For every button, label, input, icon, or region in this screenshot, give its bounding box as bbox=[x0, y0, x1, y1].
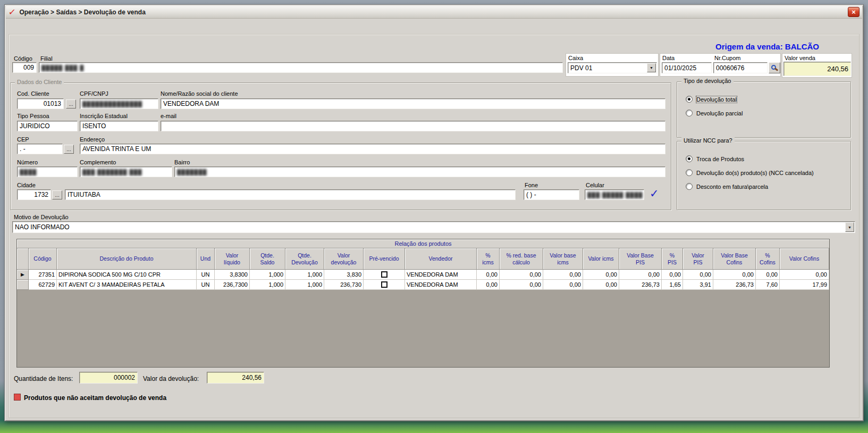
ncc-option-2[interactable]: Desconto em fatura\parcela bbox=[686, 183, 850, 190]
table-row[interactable]: 62729KIT AVENT C/ 3 MAMADEIRAS PETALAUN2… bbox=[17, 280, 829, 290]
caixa-panel: Caixa PDV 01 ▼ bbox=[566, 53, 659, 77]
radio-label: Desconto em fatura\parcela bbox=[696, 184, 768, 190]
column-header[interactable]: % PIS bbox=[662, 248, 683, 270]
cidade-code-field[interactable]: 1732 bbox=[17, 189, 51, 200]
tipo-devolucao-option-1[interactable]: Devolução parcial bbox=[686, 110, 850, 116]
table-cell bbox=[364, 280, 405, 290]
table-row[interactable]: ▶27351DIPIRONA SODICA 500 MG C/10 CPRUN3… bbox=[17, 270, 829, 280]
complemento-value: ███ ███████ ███ bbox=[82, 169, 142, 175]
table-cell: 3,91 bbox=[683, 280, 713, 290]
table-cell: VENDEDORA DAM bbox=[405, 270, 477, 280]
table-cell: 0,00 bbox=[756, 270, 780, 280]
codigo-field[interactable]: 009 bbox=[12, 62, 37, 73]
inscricao-estadual-field[interactable]: ISENTO bbox=[80, 121, 158, 131]
cep-field[interactable]: . - bbox=[17, 144, 63, 154]
pre-vencido-checkbox[interactable] bbox=[381, 271, 387, 278]
chevron-down-icon[interactable]: ▼ bbox=[647, 63, 656, 72]
table-cell: 1,000 bbox=[250, 280, 285, 290]
column-header[interactable]: Valor Cofins bbox=[780, 248, 829, 270]
column-header[interactable]: Valor Base Cofins bbox=[713, 248, 756, 270]
data-label: Data bbox=[662, 55, 675, 61]
cpf-cnpj-value: ██████████████ bbox=[82, 101, 142, 107]
endereco-field[interactable]: AVENIDA TRINTA E UM bbox=[80, 144, 665, 154]
quantidade-itens-label: Quantidade de Itens: bbox=[14, 375, 73, 382]
bairro-field[interactable]: ███████ bbox=[174, 166, 665, 177]
fone-label: Fone bbox=[525, 182, 538, 188]
column-header[interactable]: % Cofins bbox=[756, 248, 780, 270]
search-cupom-button[interactable] bbox=[769, 62, 780, 73]
ncc-option-1[interactable]: Devolução do(s) produto(s) (NCC cancelad… bbox=[686, 169, 850, 176]
app-logo-icon: ✓ bbox=[8, 8, 16, 16]
row-selector: ▶ bbox=[17, 270, 29, 280]
nr-cupom-field[interactable]: 00060676 bbox=[713, 62, 768, 73]
table-cell: 236,730 bbox=[324, 280, 364, 290]
table-cell: DIPIRONA SODICA 500 MG C/10 CPR bbox=[57, 270, 197, 280]
table-cell: 62729 bbox=[29, 280, 57, 290]
column-header[interactable]: Qtde. Saldo bbox=[250, 248, 285, 270]
table-cell bbox=[364, 270, 405, 280]
tipo-devolucao-option-0[interactable]: Devolução total bbox=[686, 96, 850, 103]
tipo-devolucao-legend: Tipo de devolução bbox=[681, 78, 734, 84]
cidade-name-field[interactable]: ITUIUTABA bbox=[65, 189, 516, 200]
data-field[interactable]: 01/10/2025 bbox=[662, 62, 712, 73]
column-header[interactable]: Valor base icms bbox=[543, 248, 583, 270]
numero-field[interactable]: ████ bbox=[17, 166, 78, 177]
table-cell: 0,00 bbox=[662, 270, 683, 280]
column-header[interactable]: Descrição do Produto bbox=[57, 248, 197, 270]
caixa-select[interactable]: PDV 01 ▼ bbox=[568, 62, 657, 73]
row-selector bbox=[17, 280, 29, 290]
column-header[interactable]: Qtde. Devolução bbox=[285, 248, 324, 270]
cliente-browse-button[interactable]: ... bbox=[66, 99, 76, 109]
table-cell: 236,73 bbox=[713, 280, 756, 290]
tipo-devolucao-groupbox: Tipo de devolução Devolução totalDevoluç… bbox=[677, 81, 851, 138]
column-header[interactable]: % red. base cálculo bbox=[500, 248, 543, 270]
table-cell: 0,00 bbox=[477, 270, 500, 280]
column-header[interactable]: Pré-vencido bbox=[364, 248, 405, 270]
filial-label: Filial bbox=[40, 55, 53, 62]
no-return-legend-square bbox=[14, 394, 21, 401]
cpf-cnpj-field[interactable]: ██████████████ bbox=[80, 98, 158, 109]
table-cell: 3,8300 bbox=[215, 270, 250, 280]
column-header[interactable]: Und bbox=[197, 248, 215, 270]
endereco-label: Endereço bbox=[80, 136, 105, 143]
fone-field[interactable]: ( ) - bbox=[524, 189, 579, 200]
chevron-down-icon[interactable]: ▼ bbox=[845, 222, 854, 232]
cidade-browse-button[interactable]: ... bbox=[52, 190, 62, 199]
column-header[interactable]: Valor líquido bbox=[215, 248, 250, 270]
close-button[interactable]: × bbox=[848, 7, 859, 17]
celular-value: ███ █████ ████ bbox=[587, 192, 643, 198]
tipo-pessoa-field[interactable]: JURIDICO bbox=[17, 121, 78, 131]
column-header[interactable]: Vendedor bbox=[405, 248, 477, 270]
motivo-select[interactable]: NAO INFORMADO ▼ bbox=[12, 221, 855, 233]
column-header[interactable]: Valor icms bbox=[583, 248, 619, 270]
form-area: Origem da venda: BALCÃO Código 009 Filia… bbox=[6, 19, 862, 420]
column-header[interactable]: Valor PIS bbox=[683, 248, 713, 270]
filial-field[interactable]: █████ ███ █ bbox=[39, 62, 563, 73]
ncc-option-0[interactable]: Troca de Produtos bbox=[686, 155, 850, 162]
cep-browse-button[interactable]: ... bbox=[64, 145, 74, 154]
radio-label: Troca de Produtos bbox=[696, 156, 744, 162]
complemento-field[interactable]: ███ ███████ ███ bbox=[80, 166, 172, 177]
column-header[interactable]: Valor Base PIS bbox=[619, 248, 662, 270]
email-field[interactable] bbox=[161, 121, 665, 131]
column-header[interactable]: Código bbox=[29, 248, 57, 270]
cod-cliente-field[interactable]: 01013 bbox=[17, 98, 64, 109]
confirm-check-icon[interactable]: ✓ bbox=[650, 188, 659, 199]
tipo-devolucao-options: Devolução totalDevolução parcial bbox=[677, 96, 850, 123]
app-window: ✓ Operação > Saídas > Devolução de venda… bbox=[4, 4, 864, 421]
nome-field[interactable]: VENDEDORA DAM bbox=[161, 98, 665, 109]
close-icon: × bbox=[852, 9, 856, 15]
origem-da-venda-text: Origem da venda: BALCÃO bbox=[591, 42, 819, 51]
products-grid[interactable]: Relação dos produtos CódigoDescrição do … bbox=[16, 239, 830, 368]
column-header[interactable]: % icms bbox=[477, 248, 500, 270]
cep-label: CEP bbox=[17, 136, 29, 143]
pre-vencido-checkbox[interactable] bbox=[381, 281, 387, 288]
celular-field[interactable]: ███ █████ ████ bbox=[585, 189, 644, 200]
table-cell: 1,000 bbox=[285, 280, 324, 290]
column-header[interactable]: Valor devolução bbox=[324, 248, 364, 270]
table-cell: 17,99 bbox=[780, 280, 829, 290]
tipo-pessoa-label: Tipo Pessoa bbox=[17, 113, 49, 119]
cidade-label: Cidade bbox=[17, 182, 36, 188]
table-cell: 0,00 bbox=[583, 280, 619, 290]
radio-label: Devolução parcial bbox=[696, 110, 743, 116]
